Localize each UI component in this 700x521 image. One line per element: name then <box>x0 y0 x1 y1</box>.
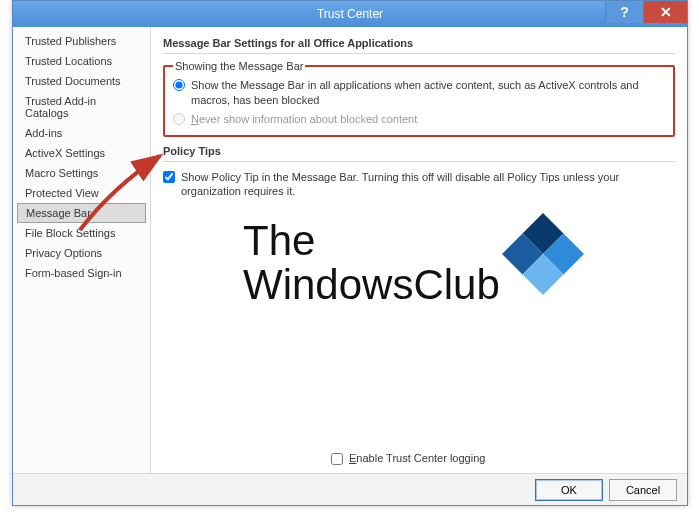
sidebar-item-privacy-options[interactable]: Privacy Options <box>13 243 150 263</box>
radio-show-message-bar-input[interactable] <box>173 79 185 91</box>
message-bar-group-highlight: Showing the Message Bar Show the Message… <box>163 60 675 137</box>
cancel-button[interactable]: Cancel <box>609 479 677 501</box>
checkbox-policy-tip[interactable]: Show Policy Tip in the Message Bar. Turn… <box>163 168 675 202</box>
radio-show-message-bar[interactable]: Show the Message Bar in all applications… <box>173 76 667 110</box>
checkbox-policy-tip-input[interactable] <box>163 171 175 183</box>
close-button[interactable]: ✕ <box>643 1 687 23</box>
checkbox-policy-tip-label: Show Policy Tip in the Message Bar. Turn… <box>181 170 675 200</box>
sidebar-item-trusted-addin-catalogs[interactable]: Trusted Add-in Catalogs <box>13 91 150 123</box>
sidebar-item-file-block-settings[interactable]: File Block Settings <box>13 223 150 243</box>
dialog-footer: OK Cancel <box>13 473 687 505</box>
sidebar-item-trusted-locations[interactable]: Trusted Locations <box>13 51 150 71</box>
sidebar-item-message-bar[interactable]: Message Bar <box>17 203 146 223</box>
window-title: Trust Center <box>13 7 687 21</box>
watermark-text: The WindowsClub <box>243 219 500 307</box>
watermark-logo: The WindowsClub <box>163 219 675 307</box>
watermark-line2: WindowsClub <box>243 263 500 307</box>
help-button[interactable]: ? <box>605 1 643 23</box>
radio-never-show[interactable]: Never show information about blocked con… <box>173 110 667 129</box>
section-header-policy-tips: Policy Tips <box>163 143 675 162</box>
radio-never-show-input[interactable] <box>173 113 185 125</box>
content-pane: Message Bar Settings for all Office Appl… <box>151 27 687 473</box>
sidebar-item-protected-view[interactable]: Protected View <box>13 183 150 203</box>
checkbox-enable-logging[interactable]: Enable Trust Center logging <box>331 450 485 467</box>
checkbox-enable-logging-input[interactable] <box>331 453 343 465</box>
titlebar: Trust Center ? ✕ <box>13 1 687 27</box>
group-legend: Showing the Message Bar <box>173 60 305 72</box>
radio-show-message-bar-label: Show the Message Bar in all applications… <box>191 78 667 108</box>
ok-button[interactable]: OK <box>535 479 603 501</box>
sidebar-item-macro-settings[interactable]: Macro Settings <box>13 163 150 183</box>
trust-center-window: Trust Center ? ✕ Trusted Publishers Trus… <box>12 0 688 506</box>
sidebar-item-activex-settings[interactable]: ActiveX Settings <box>13 143 150 163</box>
watermark-line1: The <box>243 219 500 263</box>
windowsclub-icon <box>514 225 572 283</box>
policy-tips-section: Policy Tips Show Policy Tip in the Messa… <box>163 143 675 202</box>
sidebar-item-trusted-documents[interactable]: Trusted Documents <box>13 71 150 91</box>
title-controls: ? ✕ <box>605 1 687 27</box>
section-header-message-bar: Message Bar Settings for all Office Appl… <box>163 35 675 54</box>
radio-never-show-label: Never show information about blocked con… <box>191 112 667 127</box>
sidebar-item-form-based-signin[interactable]: Form-based Sign-in <box>13 263 150 283</box>
sidebar-item-trusted-publishers[interactable]: Trusted Publishers <box>13 31 150 51</box>
dialog-body: Trusted Publishers Trusted Locations Tru… <box>13 27 687 473</box>
sidebar-item-add-ins[interactable]: Add-ins <box>13 123 150 143</box>
checkbox-enable-logging-label: Enable Trust Center logging <box>349 452 485 464</box>
sidebar: Trusted Publishers Trusted Locations Tru… <box>13 27 151 473</box>
